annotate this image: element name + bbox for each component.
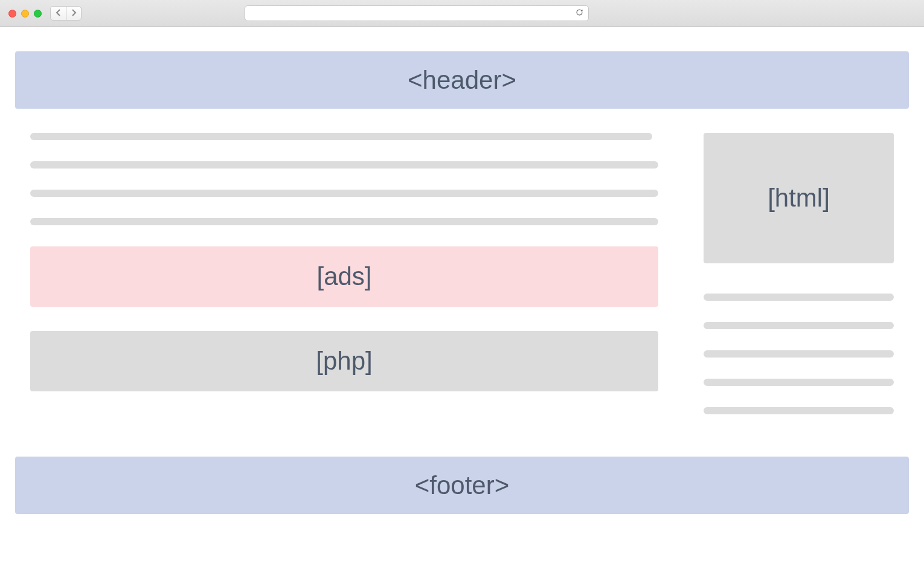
browser-toolbar — [0, 0, 924, 27]
html-label: [html] — [768, 184, 830, 213]
php-region: [php] — [30, 331, 658, 391]
maximize-window-button[interactable] — [34, 10, 42, 18]
reload-icon[interactable] — [576, 8, 583, 19]
text-placeholder-line — [704, 379, 894, 386]
address-bar[interactable] — [245, 5, 589, 21]
window-controls — [8, 10, 42, 18]
content-columns: [ads] [php] [html] — [15, 133, 909, 435]
close-window-button[interactable] — [8, 10, 16, 18]
text-placeholder-line — [30, 161, 658, 169]
footer-region: <footer> — [15, 457, 909, 514]
forward-button[interactable] — [66, 6, 82, 21]
chevron-left-icon — [56, 8, 62, 18]
ads-label: [ads] — [316, 262, 371, 291]
minimize-window-button[interactable] — [21, 10, 29, 18]
text-placeholder-line — [704, 407, 894, 414]
page-content: <header> [ads] [php] [html] — [0, 27, 924, 514]
header-label: <header> — [408, 66, 516, 95]
nav-buttons — [50, 6, 82, 21]
html-region: [html] — [704, 133, 894, 263]
text-placeholder-line — [704, 294, 894, 301]
back-button[interactable] — [50, 6, 66, 21]
footer-label: <footer> — [415, 471, 509, 500]
php-label: [php] — [316, 347, 372, 376]
ads-region: [ads] — [30, 246, 658, 307]
chevron-right-icon — [71, 8, 77, 18]
text-placeholder-line — [704, 322, 894, 329]
header-region: <header> — [15, 51, 909, 109]
text-placeholder-line — [30, 133, 652, 140]
text-placeholder-line — [30, 190, 658, 197]
text-placeholder-line — [704, 350, 894, 358]
main-column: [ads] [php] — [15, 133, 658, 435]
text-placeholder-line — [30, 218, 658, 225]
sidebar-column: [html] — [704, 133, 909, 435]
